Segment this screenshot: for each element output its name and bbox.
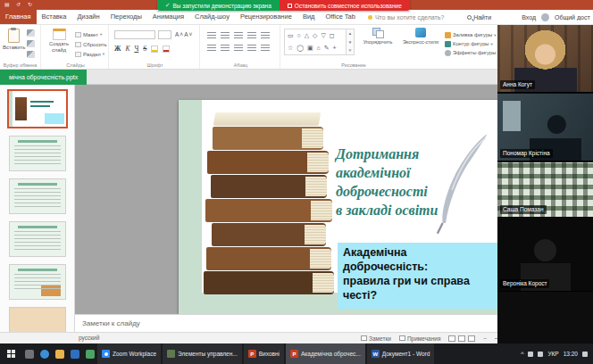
slide-canvas[interactable]: Дотримання академічної доброчесності в з… <box>179 100 527 314</box>
slide-callout-textbox[interactable]: Академічна доброчесність: правила гри чи… <box>338 243 513 309</box>
slide-sorter-icon[interactable] <box>458 335 465 342</box>
arrange-button[interactable]: Упорядочить <box>357 28 398 45</box>
tab-slideshow[interactable]: Слайд-шоу <box>189 10 235 24</box>
numbering-icon[interactable] <box>221 32 230 39</box>
italic-button[interactable]: К <box>125 45 129 53</box>
taskbar-app-word[interactable]: W Документ1 - Word <box>367 343 435 364</box>
slide-thumbnail-selected[interactable] <box>7 89 68 128</box>
quick-access-toolbar[interactable]: ▤ ↺ ↻ <box>4 1 35 7</box>
document-tab[interactable]: мічна оброчесність.pptx <box>0 70 87 85</box>
scroll-down-icon[interactable]: ▼ <box>347 38 354 47</box>
shape-fill-button[interactable]: Заливка фигуры ▾ <box>445 30 497 39</box>
participant-video[interactable]: Саша Помазан <box>497 162 593 218</box>
tab-transitions[interactable]: Переходы <box>105 10 147 24</box>
increase-indent-icon[interactable] <box>247 32 256 39</box>
notes-toggle[interactable]: Заметки <box>361 335 391 342</box>
new-slide-button[interactable]: Создать слайд <box>45 29 73 53</box>
section-button[interactable]: Раздел ▾ <box>75 49 107 59</box>
tray-icon[interactable] <box>538 352 543 357</box>
font-name-combobox[interactable] <box>114 30 155 39</box>
language-indicator[interactable]: русский <box>79 333 99 343</box>
slide-thumbnail[interactable] <box>9 221 66 257</box>
layout-button[interactable]: Макет ▾ <box>75 29 107 39</box>
quick-styles-button[interactable]: Экспресс-стили <box>400 28 441 45</box>
tab-insert[interactable]: Вставка <box>37 10 72 24</box>
thumbnail-preview <box>10 136 65 170</box>
paste-label: Вставить <box>3 45 24 50</box>
taskbar-app-powerpoint-2-active[interactable]: P Академічна оброчес... <box>286 343 365 364</box>
normal-view-icon[interactable] <box>448 335 455 342</box>
align-center-icon[interactable] <box>221 45 230 52</box>
tell-me-box[interactable]: Что вы хотите сделать? <box>368 10 444 24</box>
justify-icon[interactable] <box>247 45 256 52</box>
tray-icon[interactable] <box>528 352 533 357</box>
participant-video[interactable]: Анна Когут <box>497 25 593 93</box>
columns-icon[interactable] <box>261 45 270 52</box>
font-color-button[interactable] <box>163 46 170 53</box>
zoom-out-button[interactable]: − <box>483 335 487 342</box>
slideshow-view-icon[interactable] <box>468 335 475 342</box>
slide-thumbnail[interactable] <box>9 307 66 332</box>
copy-icon[interactable] <box>27 40 35 47</box>
taskbar-pinned-icon[interactable] <box>82 343 97 364</box>
share-button[interactable]: Общий доступ <box>555 14 590 21</box>
cut-icon[interactable] <box>27 29 35 37</box>
format-painter-icon[interactable] <box>27 51 35 58</box>
shapes-gallery-scroll[interactable]: ▲ ▼ ≡ <box>347 29 355 55</box>
strikethrough-button[interactable]: S <box>143 45 146 53</box>
slide-thumbnail-panel[interactable] <box>0 85 75 332</box>
participant-video[interactable]: Вероніка Корост <box>497 219 593 292</box>
taskbar-pinned-icon[interactable] <box>52 343 67 364</box>
find-button[interactable]: Найти <box>467 14 491 21</box>
tab-home[interactable]: Главная <box>0 10 37 24</box>
taskbar-pinned-icon[interactable] <box>21 343 37 364</box>
stop-share-button[interactable]: Остановить совместное использование <box>280 0 410 11</box>
shapes-gallery[interactable]: ▭ ○ △ ◇ ▽ ◻ ☆ ◯ ▣ ⌂ ✎ + <box>284 29 347 55</box>
underline-button[interactable]: Ч <box>134 45 138 53</box>
comments-toggle[interactable]: Примечания <box>399 335 441 342</box>
taskbar-app-zoom[interactable]: Zoom Workplace <box>97 343 161 364</box>
tab-design[interactable]: Дизайн <box>71 10 104 24</box>
taskbar-pinned-icon[interactable] <box>67 343 82 364</box>
keyboard-language[interactable]: УКР <box>547 351 558 357</box>
paste-button[interactable]: Вставить <box>3 29 24 50</box>
books-image[interactable] <box>204 111 338 294</box>
tab-animations[interactable]: Анимация <box>147 10 189 24</box>
shape-effects-button[interactable]: Эффекты фигуры ▾ <box>445 48 497 57</box>
taskbar-pinned-icon[interactable] <box>37 343 52 364</box>
gallery-more-icon[interactable]: ≡ <box>347 46 354 55</box>
action-center-icon[interactable] <box>582 352 588 357</box>
slide-thumbnail[interactable] <box>9 178 66 214</box>
line-spacing-icon[interactable] <box>261 32 270 39</box>
book <box>213 127 323 150</box>
slide-thumbnail[interactable] <box>9 264 66 300</box>
scroll-up-icon[interactable]: ▲ <box>347 29 354 38</box>
bold-button[interactable]: Ж <box>114 45 121 53</box>
sign-in-button[interactable]: Вход <box>522 14 536 21</box>
taskbar-app-controls[interactable]: Элементы управлен... <box>163 343 242 364</box>
bullets-icon[interactable] <box>207 32 216 39</box>
slide-thumbnail[interactable] <box>9 136 66 171</box>
font-size-combobox[interactable] <box>158 30 171 39</box>
reset-button[interactable]: Сбросить <box>75 39 107 49</box>
arrange-icon <box>372 28 383 37</box>
tab-view[interactable]: Вид <box>297 10 321 24</box>
tab-office-tab[interactable]: Office Tab <box>320 10 361 24</box>
tray-chevron-up-icon[interactable]: ^ <box>521 351 523 358</box>
highlight-color-button[interactable] <box>151 46 158 53</box>
stop-icon <box>288 4 292 8</box>
tab-review[interactable]: Рецензирование <box>235 10 297 24</box>
participant-video[interactable]: Пономар Крістіна <box>497 94 593 161</box>
align-right-icon[interactable] <box>234 45 243 52</box>
grow-shrink-font-buttons[interactable]: A˄A˅ <box>175 31 193 37</box>
shape-outline-button[interactable]: Контур фигуры ▾ <box>445 39 497 48</box>
participant-name: Саша Помазан <box>500 205 547 214</box>
shape-outline-icon <box>445 41 451 47</box>
decrease-indent-icon[interactable] <box>234 32 243 39</box>
clock[interactable]: 13:20 <box>564 351 578 357</box>
start-button[interactable] <box>0 343 21 364</box>
quill-feather-image[interactable] <box>432 132 497 236</box>
clipboard-small-buttons <box>27 29 35 58</box>
taskbar-app-powerpoint-1[interactable]: P Виховні <box>244 343 284 364</box>
align-left-icon[interactable] <box>207 45 216 52</box>
